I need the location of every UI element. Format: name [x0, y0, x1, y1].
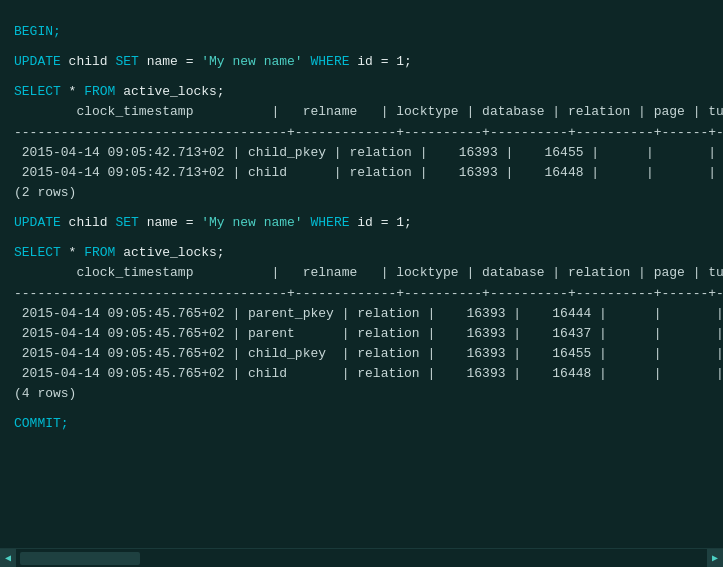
scroll-thumb[interactable] [20, 552, 140, 565]
code-line: SELECT * FROM active_locks; [14, 243, 709, 263]
blank-line [14, 42, 709, 52]
code-line: 2015-04-14 09:05:45.765+02 | child | rel… [14, 364, 709, 384]
code-line: BEGIN; [14, 22, 709, 42]
code-line: 2015-04-14 09:05:45.765+02 | parent | re… [14, 324, 709, 344]
code-line: 2015-04-14 09:05:42.713+02 | child | rel… [14, 163, 709, 183]
scroll-track[interactable] [16, 549, 723, 568]
code-line: UPDATE child SET name = 'My new name' WH… [14, 52, 709, 72]
code-line: 2015-04-14 09:05:45.765+02 | child_pkey … [14, 344, 709, 364]
code-line: (2 rows) [14, 183, 709, 203]
code-line: -----------------------------------+----… [14, 284, 709, 304]
blank-line [14, 203, 709, 213]
code-line: 2015-04-14 09:05:45.765+02 | parent_pkey… [14, 304, 709, 324]
code-content: BEGIN;UPDATE child SET name = 'My new na… [14, 12, 709, 445]
code-line: COMMIT; [14, 414, 709, 434]
code-line: -----------------------------------+----… [14, 123, 709, 143]
code-line: UPDATE child SET name = 'My new name' WH… [14, 213, 709, 233]
code-line: 2015-04-14 09:05:42.713+02 | child_pkey … [14, 143, 709, 163]
code-line: SELECT * FROM active_locks; [14, 82, 709, 102]
terminal: BEGIN;UPDATE child SET name = 'My new na… [0, 0, 723, 548]
code-line: clock_timestamp | relname | locktype | d… [14, 102, 709, 122]
blank-line [14, 435, 709, 445]
horizontal-scrollbar[interactable]: ◀ ▶ [0, 548, 723, 567]
blank-line [14, 12, 709, 22]
blank-line [14, 404, 709, 414]
blank-line [14, 72, 709, 82]
code-line: (4 rows) [14, 384, 709, 404]
scroll-right-button[interactable]: ▶ [707, 549, 723, 568]
blank-line [14, 233, 709, 243]
code-line: clock_timestamp | relname | locktype | d… [14, 263, 709, 283]
scroll-left-button[interactable]: ◀ [0, 549, 16, 568]
